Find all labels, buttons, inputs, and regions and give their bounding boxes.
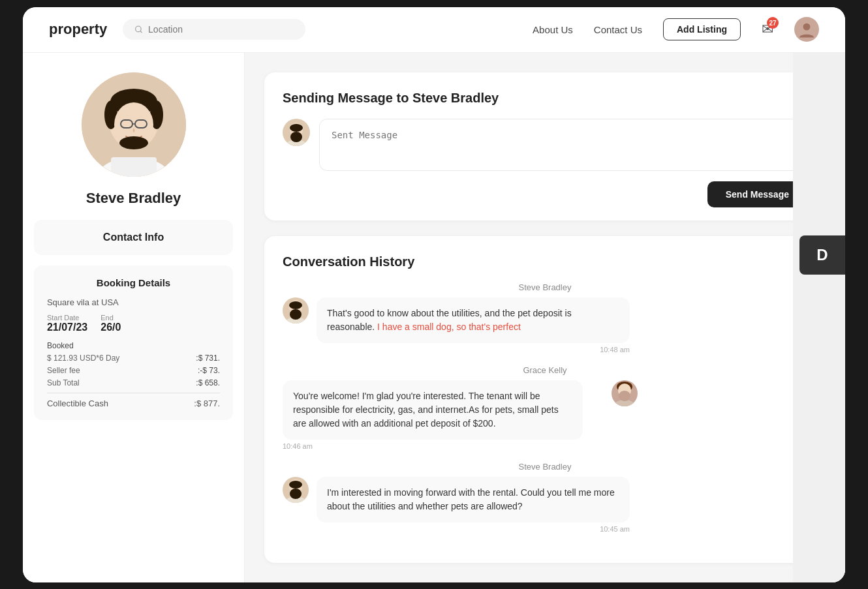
msg-group-3: Steve Bradley I'm interested in moving bbox=[283, 462, 807, 533]
grace-avatar bbox=[612, 380, 638, 406]
nav-links: About Us Contact Us Add Listing ✉ 27 bbox=[533, 17, 819, 42]
compose-panel: Sending Message to Steve Bradley Send Me… bbox=[264, 72, 826, 220]
start-date-group: Start Date 21/07/23 bbox=[47, 314, 87, 333]
compose-avatar bbox=[283, 119, 310, 146]
start-date-label: Start Date bbox=[47, 314, 87, 322]
msg-content-3: I'm interested in moving forward with th… bbox=[317, 477, 630, 533]
svg-point-17 bbox=[290, 132, 302, 142]
dark-box: D bbox=[799, 235, 845, 275]
grace-avatar-svg bbox=[613, 382, 636, 406]
profile-avatar bbox=[82, 72, 186, 177]
msg-highlight-1: I have a small dog, so that's perfect bbox=[377, 322, 521, 332]
about-us-link[interactable]: About Us bbox=[533, 24, 573, 35]
booking-subtotal-row: Sub Total :$ 658. bbox=[47, 378, 220, 387]
svg-point-26 bbox=[619, 391, 630, 401]
msg-bubble-2: You're welcome! I'm glad you're interest… bbox=[283, 380, 583, 440]
booking-divider bbox=[47, 393, 220, 393]
profile-avatar-svg bbox=[91, 85, 176, 177]
add-listing-button[interactable]: Add Listing bbox=[663, 18, 741, 40]
send-message-button[interactable]: Send Message bbox=[707, 181, 807, 207]
booking-rate-row: $ 121.93 USD*6 Day :$ 731. bbox=[47, 354, 220, 363]
subtotal-value: :$ 658. bbox=[196, 378, 220, 387]
search-input[interactable] bbox=[148, 24, 294, 35]
compose-area bbox=[283, 119, 807, 171]
svg-rect-13 bbox=[111, 157, 157, 177]
notification-badge: 27 bbox=[767, 17, 779, 29]
msg-group-2: Grace Kelly You're welcome! I'm glad you… bbox=[283, 365, 807, 450]
msg-content-2: You're welcome! I'm glad you're interest… bbox=[283, 380, 596, 450]
msg-content-1: That's good to know about the utilities,… bbox=[317, 297, 630, 354]
msg-time-1: 10:48 am bbox=[317, 346, 630, 354]
msg-sender-1: Steve Bradley bbox=[283, 282, 807, 292]
msg-bubble-1: That's good to know about the utilities,… bbox=[317, 297, 630, 343]
send-btn-row: Send Message bbox=[283, 181, 807, 207]
svg-point-21 bbox=[290, 309, 302, 320]
rate-label: $ 121.93 USD*6 Day bbox=[47, 354, 119, 363]
profile-name: Steve Bradley bbox=[86, 190, 181, 207]
msg-time-3: 10:45 am bbox=[317, 525, 630, 533]
contact-info-title: Contact Info bbox=[47, 232, 220, 243]
search-icon bbox=[134, 25, 143, 34]
collectible-value: :$ 877. bbox=[194, 399, 220, 408]
seller-fee-value: :-$ 73. bbox=[198, 366, 220, 375]
svg-point-2 bbox=[803, 23, 811, 31]
conversation-panel: Conversation History Steve Bradley bbox=[264, 236, 826, 563]
sidebar: Steve Bradley Contact Info Booking Detai… bbox=[23, 53, 245, 582]
main-layout: Steve Bradley Contact Info Booking Detai… bbox=[23, 53, 845, 582]
svg-point-19 bbox=[289, 301, 302, 309]
contact-us-link[interactable]: Contact Us bbox=[594, 24, 642, 35]
steve-avatar-3 bbox=[283, 477, 309, 503]
right-panel-hint: D bbox=[793, 53, 845, 582]
svg-point-28 bbox=[289, 481, 302, 489]
search-bar[interactable] bbox=[123, 19, 305, 40]
msg-bubble-3: I'm interested in moving forward with th… bbox=[317, 477, 630, 522]
navbar: property About Us Contact Us Add Listing… bbox=[23, 7, 845, 53]
nav-logo: property bbox=[49, 21, 107, 38]
rate-value: :$ 731. bbox=[196, 354, 220, 363]
msg-time-2: 10:46 am bbox=[283, 442, 596, 450]
svg-point-15 bbox=[290, 124, 303, 132]
collectible-label: Collectible Cash bbox=[47, 399, 108, 408]
seller-fee-label: Seller fee bbox=[47, 366, 80, 375]
mail-wrapper[interactable]: ✉ 27 bbox=[762, 21, 773, 38]
svg-point-30 bbox=[290, 489, 302, 499]
start-date-value: 21/07/23 bbox=[47, 322, 87, 333]
booking-title: Booking Details bbox=[47, 277, 220, 288]
msg-group-1: Steve Bradley That's bbox=[283, 282, 807, 354]
end-date-group: End 26/0 bbox=[101, 314, 121, 333]
msg-row-1: That's good to know about the utilities,… bbox=[283, 297, 807, 354]
compose-input[interactable] bbox=[319, 119, 807, 171]
conversation-title: Conversation History bbox=[283, 254, 807, 269]
steve-avatar-1 bbox=[283, 297, 309, 324]
booking-collectible-row: Collectible Cash :$ 877. bbox=[47, 399, 220, 408]
msg-row-3: I'm interested in moving forward with th… bbox=[283, 477, 807, 533]
booking-card: Booking Details Square vila at USA Start… bbox=[34, 265, 233, 420]
msg-row-2: You're welcome! I'm glad you're interest… bbox=[283, 380, 807, 450]
booked-label: Booked bbox=[47, 341, 74, 350]
booking-property: Square vila at USA bbox=[47, 297, 220, 307]
svg-point-11 bbox=[119, 136, 148, 149]
steve-avatar-svg-1 bbox=[285, 299, 307, 324]
steve-avatar-svg-3 bbox=[285, 478, 307, 503]
compose-title: Sending Message to Steve Bradley bbox=[283, 91, 807, 106]
svg-line-1 bbox=[140, 31, 142, 32]
main-content: Sending Message to Steve Bradley Send Me… bbox=[245, 53, 845, 582]
user-avatar[interactable] bbox=[794, 17, 819, 42]
booking-booked-row: Booked bbox=[47, 341, 220, 350]
subtotal-label: Sub Total bbox=[47, 378, 80, 387]
booking-dates: Start Date 21/07/23 End 26/0 bbox=[47, 314, 220, 333]
msg-sender-3: Steve Bradley bbox=[283, 462, 807, 472]
avatar-icon bbox=[798, 20, 816, 38]
booking-seller-fee-row: Seller fee :-$ 73. bbox=[47, 366, 220, 375]
contact-info-card: Contact Info bbox=[34, 220, 233, 255]
end-date-value: 26/0 bbox=[101, 322, 121, 333]
end-date-label: End bbox=[101, 314, 121, 322]
compose-avatar-icon bbox=[285, 121, 307, 146]
msg-sender-2: Grace Kelly bbox=[283, 365, 807, 375]
